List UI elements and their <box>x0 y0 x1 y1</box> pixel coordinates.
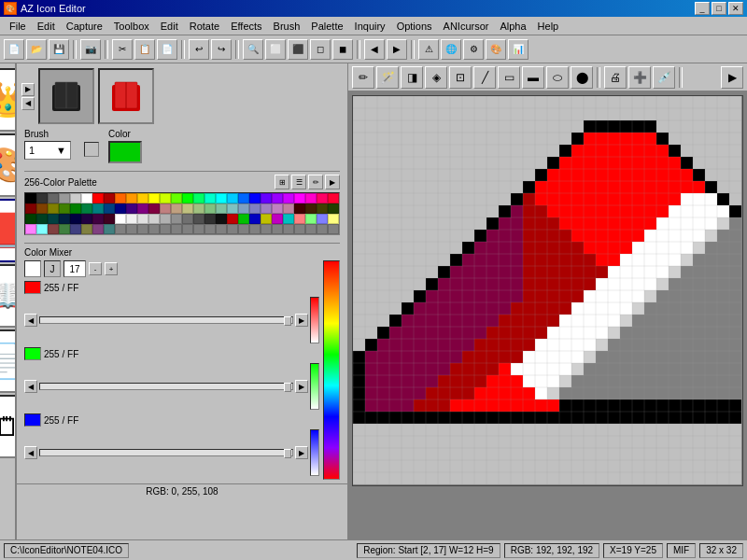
palette-cell[interactable] <box>272 214 283 224</box>
toolbar-b2[interactable]: ⬛ <box>288 39 308 60</box>
pixel-canvas[interactable] <box>352 95 743 486</box>
tool-add[interactable]: ➕ <box>628 66 651 89</box>
palette-cell[interactable] <box>261 214 272 224</box>
palette-cell[interactable] <box>126 193 137 203</box>
palette-cell[interactable] <box>160 224 171 234</box>
tool-line[interactable]: ╱ <box>473 66 496 89</box>
palette-cell[interactable] <box>305 224 317 234</box>
palette-cell[interactable] <box>328 214 339 224</box>
palette-cell[interactable] <box>36 214 48 224</box>
toolbar-copy[interactable]: 📋 <box>134 39 155 60</box>
palette-cell[interactable] <box>137 203 148 214</box>
toolbar-b3[interactable]: ◻ <box>310 39 331 60</box>
palette-cell[interactable] <box>126 203 137 214</box>
toolbar-b4[interactable]: ◼ <box>332 39 353 60</box>
palette-cell[interactable] <box>115 193 126 203</box>
palette-cell[interactable] <box>272 224 283 234</box>
palette-cell[interactable] <box>193 193 204 203</box>
palette-cell[interactable] <box>25 214 36 224</box>
green-slider-track[interactable] <box>39 383 293 390</box>
palette-cell[interactable] <box>204 193 216 203</box>
palette-cell[interactable] <box>126 224 137 234</box>
mixer-minus[interactable]: - <box>89 262 102 275</box>
brush-select[interactable]: 1 ▼ <box>24 141 71 160</box>
palette-cell[interactable] <box>59 224 70 234</box>
palette-cell[interactable] <box>48 203 59 214</box>
menu-rotate[interactable]: Rotate <box>184 19 225 34</box>
palette-cell[interactable] <box>216 214 227 224</box>
palette-cell[interactable] <box>328 193 339 203</box>
palette-btn-pencil[interactable]: ✏ <box>308 175 323 189</box>
palette-cell[interactable] <box>70 224 81 234</box>
menu-inquiry[interactable]: Inquiry <box>349 19 391 34</box>
blue-slider-right[interactable]: ▶ <box>295 446 308 459</box>
blue-slider-left[interactable]: ◀ <box>24 446 37 459</box>
palette-cell[interactable] <box>238 193 249 203</box>
palette-cell[interactable] <box>104 214 115 224</box>
menu-edit[interactable]: Edit <box>32 19 61 34</box>
palette-cell[interactable] <box>193 203 204 214</box>
palette-cell[interactable] <box>283 224 294 234</box>
palette-cell[interactable] <box>227 214 238 224</box>
palette-cell[interactable] <box>171 214 182 224</box>
color-preview[interactable] <box>108 141 142 163</box>
palette-cell[interactable] <box>294 214 305 224</box>
palette-cell[interactable] <box>249 224 261 234</box>
palette-cell[interactable] <box>160 203 171 214</box>
icon-slot-3[interactable]: 3 📕 <box>0 199 17 262</box>
palette-cell[interactable] <box>36 203 48 214</box>
palette-cell[interactable] <box>137 214 148 224</box>
palette-cell[interactable] <box>137 224 148 234</box>
palette-cell[interactable] <box>48 224 59 234</box>
palette-cell[interactable] <box>81 224 92 234</box>
palette-cell[interactable] <box>216 224 227 234</box>
palette-cell[interactable] <box>193 214 204 224</box>
palette-cell[interactable] <box>59 203 70 214</box>
palette-cell[interactable] <box>92 224 104 234</box>
palette-cell[interactable] <box>70 193 81 203</box>
palette-cell[interactable] <box>204 214 216 224</box>
menu-edit2[interactable]: Edit <box>155 19 184 34</box>
toolbar-paint[interactable]: 🎨 <box>486 39 506 60</box>
palette-cell[interactable] <box>171 224 182 234</box>
current-tool-black[interactable] <box>38 68 94 124</box>
minimize-button[interactable]: _ <box>695 2 710 15</box>
icon-slot-2[interactable]: 2 🎨 <box>0 133 17 197</box>
palette-cell[interactable] <box>104 203 115 214</box>
palette-cell[interactable] <box>171 193 182 203</box>
red-slider-right[interactable]: ▶ <box>295 314 308 327</box>
arrow-down[interactable]: ◀ <box>21 97 35 110</box>
palette-btn-list[interactable]: ☰ <box>291 175 306 189</box>
palette-cell[interactable] <box>227 193 238 203</box>
palette-cell[interactable] <box>272 203 283 214</box>
palette-cell[interactable] <box>317 214 328 224</box>
canvas-scroll-right[interactable]: ▶ <box>721 66 743 89</box>
toolbar-undo[interactable]: ↩ <box>189 39 209 60</box>
canvas-scroll[interactable] <box>348 91 747 539</box>
red-slider-track[interactable] <box>39 316 293 324</box>
menu-toolbox[interactable]: Toolbox <box>108 19 155 34</box>
green-slider-left[interactable]: ◀ <box>24 380 37 393</box>
toolbar-open[interactable]: 📂 <box>26 39 47 60</box>
green-slider-right[interactable]: ▶ <box>295 380 308 393</box>
toolbar-cut[interactable]: ✂ <box>112 39 133 60</box>
icon-slot-6[interactable]: 6 🗒 <box>0 395 17 458</box>
toolbar-warn[interactable]: ⚠ <box>418 39 439 60</box>
palette-cell[interactable] <box>115 214 126 224</box>
tool-solid-ellipse[interactable]: ⬤ <box>571 66 593 89</box>
current-tool-red[interactable] <box>98 68 154 124</box>
toolbar-next[interactable]: ▶ <box>387 39 407 60</box>
mixer-plus[interactable]: + <box>105 262 118 275</box>
palette-cell[interactable] <box>92 214 104 224</box>
palette-cell[interactable] <box>249 214 261 224</box>
palette-cell[interactable] <box>294 203 305 214</box>
palette-cell[interactable] <box>294 224 305 234</box>
toolbar-settings[interactable]: ⚙ <box>463 39 484 60</box>
palette-cell[interactable] <box>115 224 126 234</box>
menu-anicursor[interactable]: ANIcursor <box>438 19 495 34</box>
icon-slot-5[interactable]: 5 📄 <box>0 329 17 393</box>
palette-cell[interactable] <box>238 224 249 234</box>
palette-cell[interactable] <box>305 193 317 203</box>
palette-cell[interactable] <box>238 214 249 224</box>
palette-cell[interactable] <box>182 224 193 234</box>
